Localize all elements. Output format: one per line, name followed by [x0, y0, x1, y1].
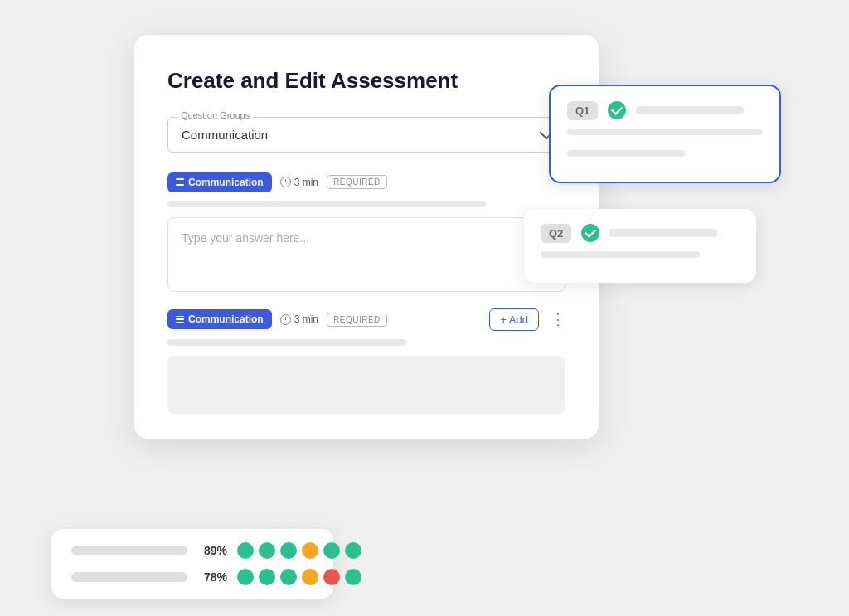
dot-1-4	[302, 542, 318, 559]
question2-text-line	[167, 339, 406, 346]
list-icon	[176, 178, 184, 186]
dropdown-selected-value: Communication	[182, 128, 268, 142]
dot-1-2	[259, 542, 275, 559]
q1-line-2	[567, 150, 685, 157]
q2-header: Q2	[541, 224, 740, 243]
dots-row-2	[237, 569, 361, 585]
dot-2-3	[280, 569, 297, 585]
dot-2-1	[237, 569, 254, 585]
dots-row-1	[237, 542, 361, 559]
stat-row-2: 78%	[71, 569, 313, 585]
question2-tag[interactable]: Communication	[167, 309, 272, 329]
stat-pct-2: 78%	[197, 570, 227, 584]
q1-line-1	[567, 129, 763, 135]
q2-title-line	[609, 229, 717, 237]
q2-card: Q2	[524, 209, 756, 283]
answer-textarea[interactable]: Type your answer here...	[167, 217, 565, 292]
more-options-icon[interactable]: ⋮	[551, 310, 565, 328]
question2-required-badge: REQUIRED	[327, 313, 387, 327]
question1-row: Communication 3 min REQUIRED	[167, 172, 565, 192]
content-block	[167, 356, 565, 414]
stats-card: 89% 78%	[51, 529, 333, 599]
clock-icon	[280, 177, 291, 187]
q1-check-icon	[608, 101, 626, 119]
clock-icon-2	[280, 314, 291, 325]
list-icon-2	[176, 316, 184, 323]
stat-bar-2	[71, 572, 187, 582]
q2-body	[541, 251, 740, 268]
dot-1-6	[345, 542, 361, 559]
q1-body	[567, 129, 763, 167]
dot-2-5	[323, 569, 340, 585]
q2-label: Q2	[541, 224, 571, 243]
dot-2-6	[345, 569, 361, 585]
stat-pct-1: 89%	[197, 544, 227, 557]
stat-bar-1	[71, 546, 187, 555]
page-title: Create and Edit Assessment	[167, 68, 565, 94]
dot-2-2	[259, 569, 275, 585]
q2-line-1	[541, 251, 700, 258]
q1-title-line	[636, 106, 744, 114]
question1-required-badge: REQUIRED	[327, 175, 387, 189]
q1-header: Q1	[567, 101, 763, 120]
stat-row-1: 89%	[71, 542, 313, 559]
question2-time-badge: 3 min	[280, 313, 318, 325]
question-groups-label: Question Groups	[177, 110, 253, 120]
question-groups-field: Question Groups Communication	[167, 117, 565, 153]
dot-1-1	[237, 542, 254, 559]
question-groups-dropdown[interactable]: Communication	[167, 117, 565, 153]
dot-1-5	[323, 542, 340, 559]
question1-text-line	[167, 201, 486, 207]
add-button[interactable]: + Add	[489, 308, 539, 331]
q1-card: Q1	[549, 85, 781, 183]
question1-time-badge: 3 min	[280, 177, 318, 188]
question2-row: Communication 3 min REQUIRED + Add ⋮	[167, 308, 565, 331]
q2-check-icon	[581, 224, 599, 242]
question1-tag[interactable]: Communication	[167, 172, 272, 192]
q1-label: Q1	[567, 101, 598, 120]
dot-1-3	[280, 542, 297, 559]
dot-2-4	[302, 569, 318, 585]
